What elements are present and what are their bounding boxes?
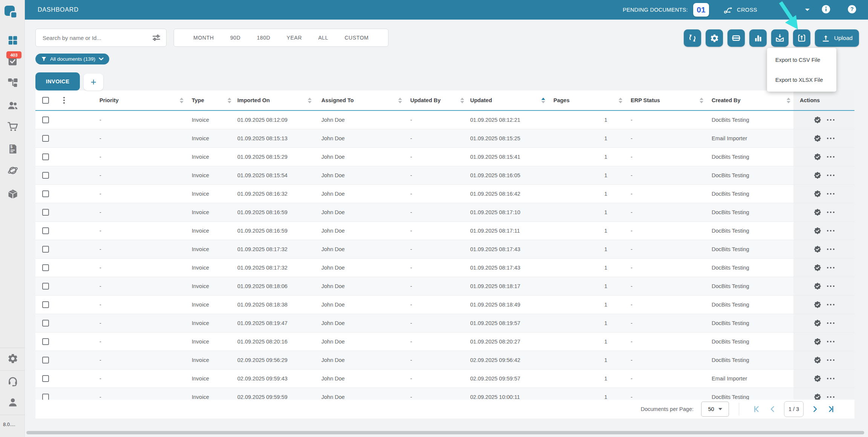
sidebar-item-network[interactable] — [7, 165, 18, 176]
column-header-erp[interactable]: ERP Status — [625, 90, 706, 110]
sidebar-item-purchases[interactable] — [7, 121, 18, 132]
table-row[interactable]: -Invoice01.09.2025 08:15:54John Doe-01.0… — [35, 166, 854, 185]
horizontal-scrollbar[interactable] — [26, 431, 864, 434]
table-row[interactable]: -Invoice01.09.2025 08:15:29John Doe-01.0… — [35, 148, 854, 166]
row-menu-icon[interactable] — [827, 119, 835, 121]
verified-seal-icon[interactable] — [813, 319, 822, 327]
date-range-button[interactable]: MONTH — [193, 35, 214, 41]
table-row[interactable]: -Invoice01.09.2025 08:15:13John Doe-01.0… — [35, 129, 854, 148]
sidebar-item-workflow[interactable] — [7, 77, 18, 88]
table-row[interactable]: -Invoice02.09.2025 09:59:43John Doe-02.0… — [35, 370, 854, 388]
documents-filter-pill[interactable]: All documents (139) — [35, 54, 109, 64]
column-header-menu[interactable] — [60, 90, 94, 110]
row-checkbox[interactable] — [42, 375, 49, 382]
sort-icon[interactable] — [308, 98, 312, 103]
sort-icon[interactable] — [619, 98, 622, 103]
first-page-button[interactable] — [752, 405, 761, 414]
row-checkbox[interactable] — [42, 338, 49, 345]
table-row[interactable]: -Invoice01.09.2025 08:12:09John Doe-01.0… — [35, 111, 854, 129]
upload-button[interactable]: Upload — [815, 29, 859, 47]
sidebar-item-account[interactable] — [7, 397, 18, 408]
row-menu-icon[interactable] — [827, 359, 835, 361]
verified-seal-icon[interactable] — [813, 282, 822, 290]
row-menu-icon[interactable] — [827, 396, 835, 398]
table-row[interactable]: -Invoice02.09.2025 09:56:29John Doe-02.0… — [35, 351, 854, 370]
sidebar-item-support[interactable] — [7, 376, 18, 387]
verified-seal-icon[interactable] — [813, 356, 822, 364]
add-tab-button[interactable]: + — [84, 74, 103, 90]
verified-seal-icon[interactable] — [813, 264, 822, 272]
per-page-select[interactable]: 50 — [701, 402, 729, 417]
sort-icon[interactable] — [398, 98, 402, 103]
column-header-created[interactable]: Created By — [706, 90, 793, 110]
row-checkbox[interactable] — [42, 301, 49, 308]
column-header-pages[interactable]: Pages — [548, 90, 625, 110]
date-range-button[interactable]: YEAR — [287, 35, 302, 41]
info-icon[interactable] — [821, 5, 831, 15]
verified-seal-icon[interactable] — [813, 171, 822, 179]
sort-icon[interactable] — [787, 98, 790, 103]
date-range-button[interactable]: 180D — [257, 35, 270, 41]
table-row[interactable]: -Invoice01.09.2025 08:16:32John Doe-01.0… — [35, 185, 854, 203]
column-header-assigned[interactable]: Assigned To — [315, 90, 405, 110]
row-checkbox[interactable] — [42, 227, 49, 234]
column-header-select[interactable] — [35, 90, 60, 110]
row-checkbox[interactable] — [42, 117, 49, 123]
analytics-button[interactable] — [749, 29, 767, 47]
sort-icon[interactable] — [541, 98, 545, 103]
row-menu-icon[interactable] — [827, 248, 835, 250]
verified-seal-icon[interactable] — [813, 208, 822, 216]
row-checkbox[interactable] — [42, 135, 49, 142]
row-menu-icon[interactable] — [827, 212, 835, 213]
row-checkbox[interactable] — [42, 320, 49, 327]
table-row[interactable]: -Invoice01.09.2025 08:20:16John Doe-01.0… — [35, 333, 854, 351]
scan-button[interactable] — [727, 29, 745, 47]
row-menu-icon[interactable] — [827, 267, 835, 269]
tab-invoice[interactable]: INVOICE — [35, 72, 80, 90]
table-row[interactable]: -Invoice01.09.2025 08:17:32John Doe-01.0… — [35, 259, 854, 277]
table-row[interactable]: -Invoice01.09.2025 08:16:59John Doe-01.0… — [35, 203, 854, 222]
export-menu-item[interactable]: Export to CSV File — [767, 50, 836, 70]
verified-seal-icon[interactable] — [813, 116, 822, 124]
tune-icon[interactable] — [152, 33, 161, 42]
sort-icon[interactable] — [228, 98, 231, 103]
mail-download-button[interactable] — [771, 29, 789, 47]
row-menu-icon[interactable] — [827, 156, 835, 158]
row-checkbox[interactable] — [42, 264, 49, 271]
last-page-button[interactable] — [826, 405, 835, 414]
row-menu-icon[interactable] — [827, 378, 835, 380]
row-menu-icon[interactable] — [827, 285, 835, 287]
row-menu-icon[interactable] — [827, 193, 835, 195]
date-range-button[interactable]: 90D — [230, 35, 240, 41]
next-page-button[interactable] — [810, 405, 819, 414]
verified-seal-icon[interactable] — [813, 153, 822, 161]
verified-seal-icon[interactable] — [813, 374, 822, 383]
search-input[interactable] — [42, 34, 152, 41]
column-header-type[interactable]: Type — [186, 90, 234, 110]
row-checkbox[interactable] — [42, 283, 49, 290]
sidebar-item-invoices[interactable]: $ — [7, 143, 18, 155]
row-menu-icon[interactable] — [827, 341, 835, 343]
sidebar-item-settings[interactable] — [7, 353, 18, 364]
table-row[interactable]: -Invoice01.09.2025 08:19:47John Doe-01.0… — [35, 314, 854, 333]
row-menu-icon[interactable] — [827, 230, 835, 232]
row-checkbox[interactable] — [42, 153, 49, 160]
caret-down-icon[interactable] — [805, 6, 810, 13]
sidebar-item-packages[interactable] — [7, 189, 18, 200]
row-checkbox[interactable] — [42, 357, 49, 363]
sidebar-item-users[interactable] — [7, 100, 18, 111]
select-all-checkbox[interactable] — [42, 97, 49, 104]
sort-icon[interactable] — [180, 98, 183, 103]
columns-menu-icon[interactable] — [63, 97, 65, 104]
table-row[interactable]: -Invoice01.09.2025 08:18:06John Doe-01.0… — [35, 277, 854, 296]
help-icon[interactable]: ? — [847, 5, 857, 15]
date-range-button[interactable]: ALL — [318, 35, 329, 41]
verified-seal-icon[interactable] — [813, 301, 822, 309]
row-checkbox[interactable] — [42, 172, 49, 179]
row-menu-icon[interactable] — [827, 175, 835, 176]
export-button[interactable] — [793, 29, 810, 47]
row-menu-icon[interactable] — [827, 138, 835, 140]
table-row[interactable]: -Invoice01.09.2025 08:18:38John Doe-01.0… — [35, 296, 854, 314]
date-range-button[interactable]: CUSTOM — [345, 35, 369, 41]
verified-seal-icon[interactable] — [813, 227, 822, 235]
